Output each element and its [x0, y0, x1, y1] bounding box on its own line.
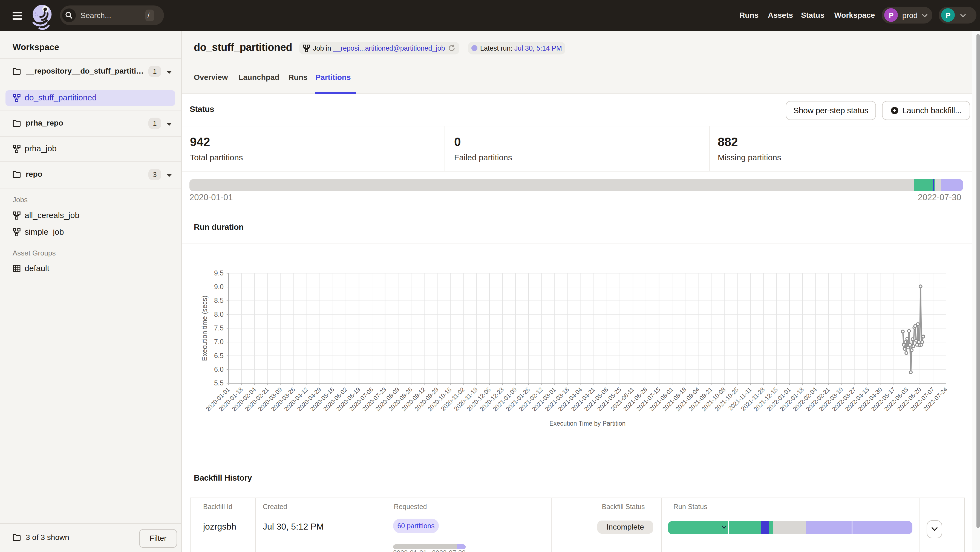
svg-text:8.5: 8.5 [214, 297, 224, 304]
svg-text:8.0: 8.0 [214, 311, 224, 318]
svg-text:Execution time (secs): Execution time (secs) [200, 296, 208, 361]
svg-text:7.0: 7.0 [214, 338, 224, 346]
svg-text:9.5: 9.5 [214, 269, 224, 277]
svg-text:Execution Time by Partition: Execution Time by Partition [549, 420, 626, 427]
svg-text:7.5: 7.5 [214, 324, 224, 332]
svg-text:6.5: 6.5 [214, 352, 224, 359]
svg-text:5.5: 5.5 [214, 379, 224, 387]
svg-text:6.0: 6.0 [214, 365, 224, 373]
svg-text:9.0: 9.0 [214, 283, 224, 290]
